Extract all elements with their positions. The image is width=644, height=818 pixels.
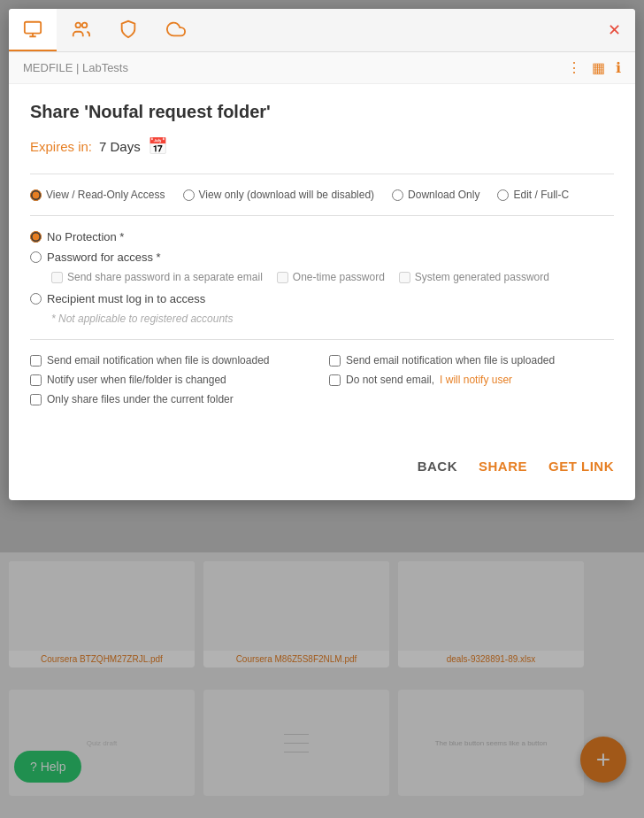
suboption-one-time[interactable]: One-time password: [277, 271, 385, 283]
expires-label: Expires in:: [30, 139, 92, 154]
access-label-edit-full: Edit / Full-C: [513, 189, 569, 201]
tab-users[interactable]: [57, 9, 104, 51]
access-label-view-only: View only (download will be disabled): [199, 189, 375, 201]
back-button[interactable]: BACK: [418, 459, 457, 474]
access-label-download-only: Download Only: [408, 189, 479, 201]
checkbox-notify-download[interactable]: [30, 355, 42, 367]
checkbox-notify-upload[interactable]: [329, 355, 341, 367]
action-row: BACK SHARE GET LINK: [30, 459, 614, 482]
access-label-view-read: View / Read-Only Access: [46, 189, 165, 201]
top-bar-title: MEDFILE | LabTests: [23, 61, 128, 74]
protection-section: No Protection * Password for access * Se…: [30, 230, 614, 325]
close-button[interactable]: ✕: [594, 9, 635, 51]
svg-point-3: [76, 23, 81, 28]
access-option-edit-full[interactable]: Edit / Full-C: [497, 189, 569, 201]
notify-change[interactable]: Notify user when file/folder is changed: [30, 374, 315, 386]
share-dialog: ✕ MEDFILE | LabTests ⋮ ▦ ℹ Share 'Noufal…: [9, 9, 635, 500]
suboption-label-send-email: Send share password in a separate email: [67, 271, 263, 283]
no-email-label-prefix: Do not send email,: [346, 374, 434, 386]
expires-value: 7 Days: [99, 139, 141, 154]
notify-download[interactable]: Send email notification when file is dow…: [30, 354, 315, 367]
top-bar: MEDFILE | LabTests ⋮ ▦ ℹ: [9, 52, 635, 84]
radio-edit-full[interactable]: [497, 189, 509, 201]
more-icon[interactable]: ⋮: [567, 59, 581, 76]
radio-view-read[interactable]: [30, 189, 42, 201]
checkbox-system-generated[interactable]: [399, 272, 410, 283]
dialog-content: Share 'Noufal request folder' Expires in…: [9, 84, 635, 500]
notify-change-label: Notify user when file/folder is changed: [47, 374, 226, 386]
checkbox-send-email[interactable]: [51, 272, 63, 283]
notify-download-label: Send email notification when file is dow…: [47, 354, 270, 367]
checkbox-one-time[interactable]: [277, 272, 288, 283]
no-email-link[interactable]: I will notify user: [440, 374, 512, 386]
not-applicable-note: * Not applicable to registered accounts: [51, 313, 614, 325]
divider-3: [30, 339, 614, 340]
password-suboptions: Send share password in a separate email …: [51, 271, 614, 283]
notify-no-email[interactable]: Do not send email, I will notify user: [329, 374, 614, 386]
svg-point-4: [82, 23, 88, 28]
divider-1: [30, 174, 614, 174]
tab-cloud[interactable]: [152, 9, 200, 51]
expires-row: Expires in: 7 Days 📅: [30, 136, 614, 156]
tab-bar: ✕: [9, 9, 635, 52]
notifications-section: Send email notification when file is dow…: [30, 354, 614, 405]
checkbox-only-share[interactable]: [30, 394, 42, 405]
share-button[interactable]: SHARE: [479, 459, 527, 474]
divider-2: [30, 215, 614, 216]
checkbox-notify-change[interactable]: [30, 374, 42, 386]
suboption-label-one-time: One-time password: [293, 271, 385, 283]
protection-no-protection[interactable]: No Protection *: [30, 230, 614, 243]
access-type-row: View / Read-Only Access View only (downl…: [30, 189, 614, 201]
top-bar-icons: ⋮ ▦ ℹ: [567, 59, 621, 76]
get-link-button[interactable]: GET LINK: [548, 459, 614, 474]
suboption-send-email[interactable]: Send share password in a separate email: [51, 271, 263, 283]
radio-password[interactable]: [30, 251, 42, 263]
notify-upload[interactable]: Send email notification when file is upl…: [329, 354, 614, 367]
tab-shield[interactable]: [104, 9, 152, 51]
protection-recipient-login[interactable]: Recipient must log in to access: [30, 292, 614, 305]
protection-label-password: Password for access *: [47, 251, 161, 264]
only-share-label: Only share files under the current folde…: [47, 393, 234, 405]
suboption-label-system-generated: System generated password: [415, 271, 549, 283]
access-option-download-only[interactable]: Download Only: [392, 189, 479, 201]
radio-download-only[interactable]: [392, 189, 403, 201]
notify-only-share[interactable]: Only share files under the current folde…: [30, 393, 614, 405]
radio-view-only[interactable]: [183, 189, 195, 201]
protection-password[interactable]: Password for access *: [30, 251, 614, 264]
protection-label-no: No Protection *: [47, 230, 124, 243]
access-option-view-read[interactable]: View / Read-Only Access: [30, 189, 165, 201]
access-option-view-only[interactable]: View only (download will be disabled): [183, 189, 375, 201]
dialog-title-quoted: 'Noufal request folder': [84, 102, 271, 121]
svg-rect-0: [25, 22, 41, 34]
calendar-icon[interactable]: 📅: [148, 136, 167, 156]
info-icon[interactable]: ℹ: [616, 59, 621, 76]
tab-screen[interactable]: [9, 9, 57, 51]
notify-upload-label: Send email notification when file is upl…: [346, 354, 555, 367]
dialog-title: Share 'Noufal request folder': [30, 102, 614, 122]
grid-icon[interactable]: ▦: [592, 59, 605, 76]
checkbox-no-email[interactable]: [329, 374, 341, 386]
suboption-system-generated[interactable]: System generated password: [399, 271, 549, 283]
recipient-login-label: Recipient must log in to access: [47, 292, 205, 305]
radio-no-protection[interactable]: [30, 231, 42, 243]
dialog-title-prefix: Share: [30, 102, 84, 121]
radio-recipient-login[interactable]: [30, 293, 42, 305]
